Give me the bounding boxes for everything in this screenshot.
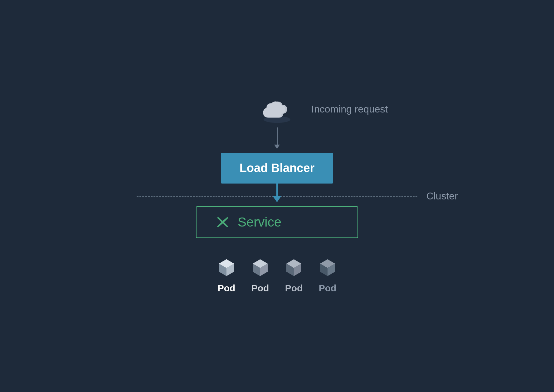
kubernetes-icon xyxy=(215,215,230,230)
pods-row: Pod Pod Pod xyxy=(215,257,339,294)
pod-label-3: Pod xyxy=(285,283,303,294)
diagram: Incoming request Load Blancer Cluster xyxy=(137,99,417,294)
pod-label-1: Pod xyxy=(218,283,236,294)
cluster-label: Cluster xyxy=(426,190,458,202)
service-label: Service xyxy=(238,215,281,230)
pod-item-2: Pod xyxy=(249,257,271,294)
pod-cube-1 xyxy=(215,257,238,279)
service-box: Service xyxy=(196,206,358,238)
cloud-icon xyxy=(260,99,294,124)
pod-cube-3 xyxy=(283,257,305,279)
incoming-request-label: Incoming request xyxy=(311,103,388,115)
pod-cube-2 xyxy=(249,257,271,279)
load-balancer-box: Load Blancer xyxy=(221,153,333,184)
arrow-into-service xyxy=(273,187,281,202)
pod-label-2: Pod xyxy=(251,283,269,294)
cloud-row: Incoming request xyxy=(137,99,417,124)
pod-label-4: Pod xyxy=(319,283,337,294)
svg-marker-1 xyxy=(217,217,228,227)
pod-item-3: Pod xyxy=(283,257,305,294)
pod-cube-4 xyxy=(316,257,339,279)
arrow-from-cloud xyxy=(274,127,280,149)
pod-item-4: Pod xyxy=(316,257,339,294)
load-balancer-label: Load Blancer xyxy=(240,161,315,174)
cluster-section: Cluster Service xyxy=(137,196,417,238)
pod-item-1: Pod xyxy=(215,257,238,294)
